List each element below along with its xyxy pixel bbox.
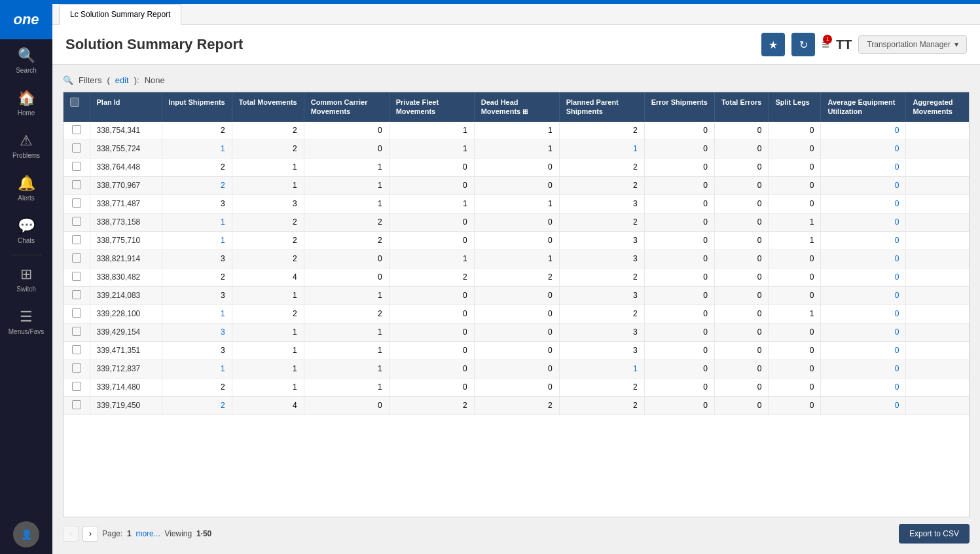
th-dead-head[interactable]: Dead Head Movements ⊞	[474, 92, 559, 122]
dead-head-grid-icon: ⊞	[522, 108, 528, 115]
row-checkbox[interactable]	[72, 308, 81, 318]
row-checkbox-cell[interactable]	[64, 341, 90, 360]
th-avg-equipment[interactable]: Average Equipment Utilization	[821, 92, 906, 122]
cell-dead-head: 2	[474, 396, 559, 415]
app-logo[interactable]: one	[0, 0, 52, 39]
cell-planned-parent: 3	[559, 286, 644, 305]
row-checkbox-cell[interactable]	[64, 139, 90, 158]
th-planned-parent[interactable]: Planned Parent Shipments	[559, 92, 644, 122]
row-checkbox[interactable]	[72, 272, 81, 281]
cell-aggregated: 0	[906, 139, 970, 158]
cell-plan-id: 339,228,100	[90, 305, 162, 323]
cell-private-fleet: 0	[389, 323, 474, 341]
th-common-carrier[interactable]: Common Carrier Movements	[304, 92, 389, 122]
prev-page-button[interactable]: ‹	[63, 526, 79, 542]
user-dropdown[interactable]: Transportation Manager ▾	[858, 35, 967, 54]
row-checkbox-cell[interactable]	[64, 268, 90, 286]
cell-common-carrier: 1	[304, 176, 389, 194]
row-checkbox-cell[interactable]	[64, 213, 90, 231]
refresh-icon: ↻	[799, 39, 808, 51]
sidebar-item-switch[interactable]: ⊞ Switch	[0, 258, 52, 301]
sidebar-item-search[interactable]: 🔍 Search	[0, 39, 52, 82]
row-checkbox[interactable]	[72, 125, 81, 134]
cell-total-errors: 0	[714, 213, 769, 231]
star-button[interactable]: ★	[761, 33, 785, 56]
sidebar-item-problems[interactable]: ⚠ Problems	[0, 124, 52, 167]
cell-plan-id: 339,429,154	[90, 323, 162, 341]
refresh-button[interactable]: ↻	[791, 33, 815, 56]
row-checkbox[interactable]	[72, 290, 81, 299]
row-checkbox-cell[interactable]	[64, 122, 90, 140]
cell-aggregated: 83	[906, 268, 970, 286]
cell-plan-id: 339,214,083	[90, 286, 162, 305]
sidebar-item-menus[interactable]: ☰ Menus/Favs	[0, 301, 52, 343]
cell-aggregated: 0	[906, 305, 970, 323]
cell-dead-head: 0	[474, 231, 559, 249]
row-checkbox-cell[interactable]	[64, 323, 90, 341]
notification-button[interactable]: ≡ 1	[822, 37, 829, 52]
header-actions: ★ ↻ ≡ 1 TT Transportation Manager ▾	[761, 33, 967, 56]
th-checkbox[interactable]	[64, 92, 90, 122]
sidebar-item-alerts[interactable]: 🔔 Alerts	[0, 167, 52, 210]
cell-private-fleet: 0	[389, 158, 474, 176]
tab-solution-summary[interactable]: Lc Solution Summary Report	[59, 4, 181, 25]
row-checkbox[interactable]	[72, 143, 81, 153]
cell-total-movements: 1	[232, 378, 304, 396]
cell-total-movements: 2	[232, 231, 304, 249]
th-input-shipments[interactable]: Input Shipments	[162, 92, 232, 122]
cell-plan-id: 338,754,341	[90, 122, 162, 140]
data-table-container[interactable]: Plan Id Input Shipments Total Movements …	[63, 92, 970, 517]
search-icon: 🔍	[18, 47, 35, 64]
filters-edit-link[interactable]: edit	[115, 75, 129, 85]
row-checkbox[interactable]	[72, 180, 81, 189]
row-checkbox-cell[interactable]	[64, 158, 90, 176]
row-checkbox[interactable]	[72, 217, 81, 226]
th-total-movements[interactable]: Total Movements	[232, 92, 304, 122]
row-checkbox[interactable]	[72, 345, 81, 354]
user-avatar[interactable]: 👤	[13, 521, 39, 547]
row-checkbox[interactable]	[72, 382, 81, 391]
row-checkbox[interactable]	[72, 162, 81, 171]
row-checkbox-cell[interactable]	[64, 286, 90, 305]
row-checkbox[interactable]	[72, 198, 81, 208]
row-checkbox[interactable]	[72, 253, 81, 263]
row-checkbox-cell[interactable]	[64, 194, 90, 213]
table-row: 338,764,448 2 1 1 0 0 2 0 0 0 0 1 0	[64, 158, 970, 176]
cell-split-legs: 0	[769, 122, 821, 140]
header-checkbox[interactable]	[70, 98, 79, 107]
cell-dead-head: 0	[474, 286, 559, 305]
export-csv-button[interactable]: Export to CSV	[899, 524, 970, 544]
cell-split-legs: 1	[769, 305, 821, 323]
row-checkbox-cell[interactable]	[64, 176, 90, 194]
row-checkbox[interactable]	[72, 363, 81, 373]
cell-plan-id: 338,821,914	[90, 249, 162, 268]
th-error-shipments[interactable]: Error Shipments	[644, 92, 714, 122]
th-private-fleet[interactable]: Private Fleet Movements	[389, 92, 474, 122]
cell-total-movements: 1	[232, 176, 304, 194]
filters-value: None	[145, 75, 165, 85]
row-checkbox-cell[interactable]	[64, 378, 90, 396]
filters-paren-open: (	[107, 75, 109, 85]
filters-label: Filters	[79, 75, 101, 85]
next-page-button[interactable]: ›	[82, 526, 98, 542]
row-checkbox-cell[interactable]	[64, 305, 90, 323]
cell-common-carrier: 0	[304, 122, 389, 140]
row-checkbox-cell[interactable]	[64, 249, 90, 268]
th-aggregated[interactable]: Aggregated Movements	[906, 92, 970, 122]
row-checkbox[interactable]	[72, 235, 81, 244]
cell-avg-equipment: 0	[821, 158, 906, 176]
row-checkbox-cell[interactable]	[64, 396, 90, 415]
row-checkbox-cell[interactable]	[64, 231, 90, 249]
row-checkbox[interactable]	[72, 400, 81, 409]
cell-aggregated: 79	[906, 360, 970, 378]
row-checkbox-cell[interactable]	[64, 360, 90, 378]
th-split-legs[interactable]: Split Legs	[769, 92, 821, 122]
cell-dead-head: 0	[474, 323, 559, 341]
sidebar-item-home[interactable]: 🏠 Home	[0, 82, 52, 124]
th-plan-id[interactable]: Plan Id	[90, 92, 162, 122]
sidebar-item-chats[interactable]: 💬 Chats	[0, 210, 52, 252]
cell-common-carrier: 0	[304, 268, 389, 286]
cell-split-legs: 0	[769, 176, 821, 194]
row-checkbox[interactable]	[72, 327, 81, 336]
th-total-errors[interactable]: Total Errors	[714, 92, 769, 122]
